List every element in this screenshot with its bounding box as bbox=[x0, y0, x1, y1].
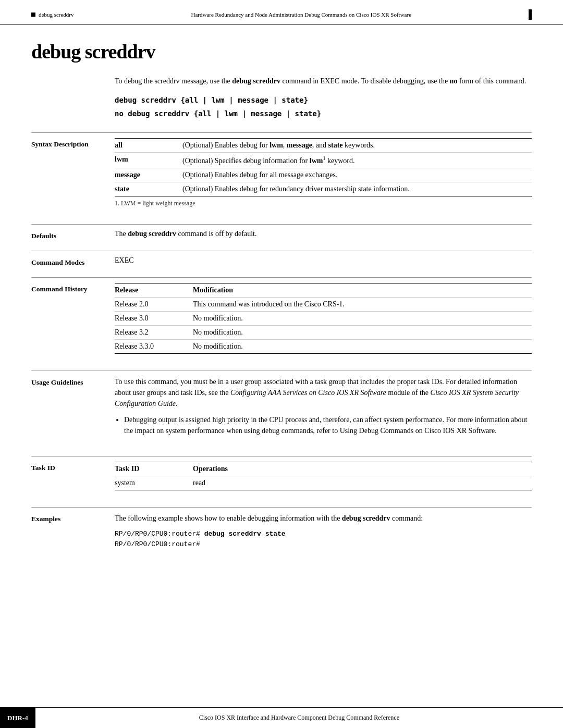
syntax-keyword: all bbox=[115, 139, 182, 153]
taskid-table-row: systemread bbox=[115, 476, 532, 490]
defaults-text-pre: The bbox=[115, 230, 128, 238]
syntax-keyword: state bbox=[115, 182, 182, 196]
example-code-line: RP/0/RP0/CPU0:router# debug screddrv sta… bbox=[115, 529, 532, 540]
history-release: Release 3.2 bbox=[115, 325, 193, 339]
syntax-line-1: debug screddrv {all | lwm | message | st… bbox=[115, 96, 532, 104]
page-footer: DHR-4 Cisco IOS XR Interface and Hardwar… bbox=[0, 707, 563, 728]
history-col-release: Release bbox=[115, 283, 193, 297]
defaults-cmd: debug screddrv bbox=[128, 230, 176, 238]
defaults-text-post: command is off by default. bbox=[176, 230, 257, 238]
intro-no-bold: no bbox=[450, 77, 458, 85]
syntax-keyword: lwm bbox=[115, 153, 182, 168]
history-release: Release 3.0 bbox=[115, 311, 193, 325]
command-modes-value: EXEC bbox=[115, 256, 134, 264]
history-modification: No modification. bbox=[193, 311, 532, 325]
intro-text-3: form of this command. bbox=[457, 77, 526, 85]
example-code-line: RP/0/RP0/CPU0:router# bbox=[115, 539, 532, 550]
syntax-description-label: Syntax Description bbox=[31, 133, 115, 215]
syntax-table-row: all(Optional) Enables debug for lwm, mes… bbox=[115, 139, 532, 153]
header-bar bbox=[529, 9, 532, 20]
command-history-content: ReleaseModificationRelease 2.0This comma… bbox=[115, 278, 532, 361]
examples-para: The following example shows how to enabl… bbox=[115, 513, 532, 524]
defaults-content: The debug screddrv command is off by def… bbox=[115, 225, 532, 245]
footer-tag: DHR-4 bbox=[0, 708, 35, 728]
header-left: debug screddrv bbox=[31, 11, 74, 18]
examples-label: Examples bbox=[31, 508, 115, 558]
syntax-keyword: message bbox=[115, 168, 182, 182]
defaults-label: Defaults bbox=[31, 225, 115, 245]
task-id-section: Task ID Task IDOperationssystemread bbox=[31, 456, 532, 498]
history-table-row: Release 3.0No modification. bbox=[115, 311, 532, 325]
usage-para1-post: . bbox=[176, 400, 178, 408]
taskid-col1: Task ID bbox=[115, 462, 193, 476]
syntax-table-row: lwm(Optional) Specifies debug informatio… bbox=[115, 153, 532, 168]
syntax-table-row: state(Optional) Enables debug for redund… bbox=[115, 182, 532, 196]
usage-guidelines-section: Usage Guidelines To use this command, yo… bbox=[31, 371, 532, 447]
command-modes-section: Command Modes EXEC bbox=[31, 251, 532, 272]
history-modification: No modification. bbox=[193, 325, 532, 339]
command-modes-label: Command Modes bbox=[31, 251, 115, 272]
intro-text-2: command in EXEC mode. To disable debuggi… bbox=[280, 77, 450, 85]
history-header-row: ReleaseModification bbox=[115, 283, 532, 297]
taskid-col2: Operations bbox=[193, 462, 532, 476]
usage-guidelines-label: Usage Guidelines bbox=[31, 371, 115, 447]
intro-paragraph: To debug the screddrv message, use the d… bbox=[115, 76, 532, 87]
usage-guidelines-content: To use this command, you must be in a us… bbox=[115, 371, 532, 447]
syntax-footnote: 1. LWM = light weight message bbox=[115, 200, 532, 207]
syntax-table: all(Optional) Enables debug for lwm, mes… bbox=[115, 138, 532, 196]
taskid-header-row: Task IDOperations bbox=[115, 462, 532, 476]
usage-bullet-1: Debugging output is assigned high priori… bbox=[124, 414, 532, 436]
syntax-description-cell: (Optional) Specifies debug information f… bbox=[182, 153, 532, 168]
syntax-description-cell: (Optional) Enables debug for lwm, messag… bbox=[182, 139, 532, 153]
usage-para1-mid: module of the bbox=[386, 389, 431, 397]
usage-para-1: To use this command, you must be in a us… bbox=[115, 376, 532, 409]
syntax-description-content: all(Optional) Enables debug for lwm, mes… bbox=[115, 133, 532, 215]
history-col-modification: Modification bbox=[193, 283, 532, 297]
header-square-icon bbox=[31, 13, 35, 17]
syntax-description-cell: (Optional) Enables debug for all message… bbox=[182, 168, 532, 182]
intro-cmd-bold: debug screddrv bbox=[232, 77, 280, 85]
usage-bullets: Debugging output is assigned high priori… bbox=[124, 414, 532, 436]
example-code-block: RP/0/RP0/CPU0:router# debug screddrv sta… bbox=[115, 529, 532, 551]
syntax-description-section: Syntax Description all(Optional) Enables… bbox=[31, 133, 532, 215]
taskid-ops: read bbox=[193, 476, 532, 490]
command-history-label: Command History bbox=[31, 278, 115, 361]
command-modes-content: EXEC bbox=[115, 251, 532, 272]
syntax-table-row: message(Optional) Enables debug for all … bbox=[115, 168, 532, 182]
syntax-line-2: no debug screddrv {all | lwm | message |… bbox=[115, 109, 532, 118]
examples-section: Examples The following example shows how… bbox=[31, 508, 532, 558]
history-table: ReleaseModificationRelease 2.0This comma… bbox=[115, 283, 532, 354]
task-id-content: Task IDOperationssystemread bbox=[115, 456, 532, 498]
task-id-label: Task ID bbox=[31, 456, 115, 498]
defaults-section: Defaults The debug screddrv command is o… bbox=[31, 225, 532, 245]
history-modification: This command was introduced on the Cisco… bbox=[193, 297, 532, 311]
history-release: Release 3.3.0 bbox=[115, 339, 193, 353]
page-header: debug screddrv Hardware Redundancy and N… bbox=[0, 0, 563, 24]
examples-content: The following example shows how to enabl… bbox=[115, 508, 532, 558]
examples-cmd-bold: debug screddrv bbox=[342, 514, 390, 522]
footer-text: Cisco IOS XR Interface and Hardware Comp… bbox=[35, 714, 563, 722]
page-title: debug screddrv bbox=[31, 40, 532, 63]
main-content: debug screddrv To debug the screddrv mes… bbox=[0, 24, 563, 589]
examples-text-post: command: bbox=[390, 514, 423, 522]
taskid-table: Task IDOperationssystemread bbox=[115, 462, 532, 490]
history-table-row: Release 3.3.0No modification. bbox=[115, 339, 532, 353]
header-title: Hardware Redundancy and Node Administrat… bbox=[191, 11, 412, 18]
syntax-description-cell: (Optional) Enables debug for redundancy … bbox=[182, 182, 532, 196]
usage-italic1: Configuring AAA Services on Cisco IOS XR… bbox=[230, 389, 386, 397]
history-modification: No modification. bbox=[193, 339, 532, 353]
command-history-section: Command History ReleaseModificationRelea… bbox=[31, 278, 532, 361]
history-table-row: Release 2.0This command was introduced o… bbox=[115, 297, 532, 311]
header-section: debug screddrv bbox=[39, 11, 74, 18]
history-release: Release 2.0 bbox=[115, 297, 193, 311]
taskid-task: system bbox=[115, 476, 193, 490]
examples-text-pre: The following example shows how to enabl… bbox=[115, 514, 342, 522]
page: debug screddrv Hardware Redundancy and N… bbox=[0, 0, 563, 728]
history-table-row: Release 3.2No modification. bbox=[115, 325, 532, 339]
intro-text-1: To debug the screddrv message, use the bbox=[115, 77, 232, 85]
